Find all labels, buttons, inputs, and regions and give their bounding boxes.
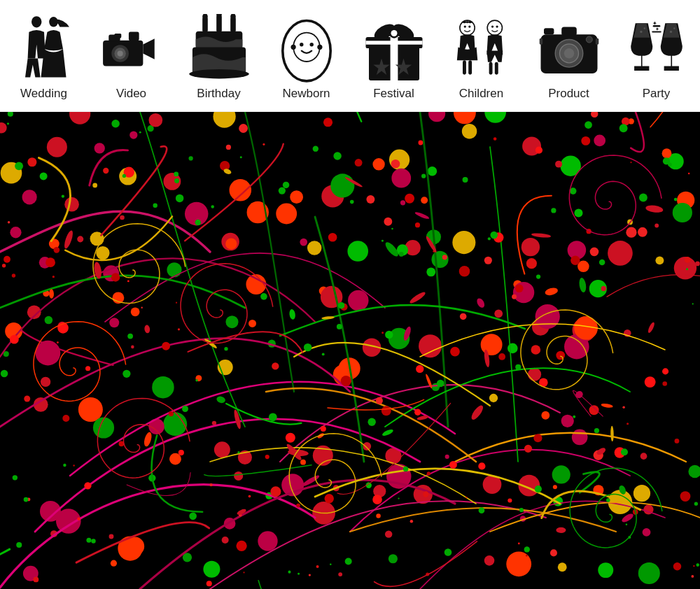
svg-point-5	[117, 50, 122, 56]
svg-point-44	[488, 21, 502, 35]
category-video[interactable]: Video	[93, 3, 170, 108]
festival-icon	[363, 14, 426, 84]
svg-point-63	[673, 27, 675, 29]
svg-rect-56	[544, 28, 554, 34]
svg-point-61	[643, 27, 645, 29]
svg-rect-41	[463, 60, 466, 74]
birthday-icon	[188, 14, 251, 84]
svg-point-22	[300, 43, 303, 46]
svg-point-46	[496, 25, 498, 27]
birthday-label: Birthday	[197, 87, 240, 101]
svg-point-60	[640, 31, 642, 33]
party-label: Party	[643, 87, 671, 101]
svg-rect-8	[128, 31, 139, 41]
category-party[interactable]: ✦ ✦ Party	[618, 3, 695, 108]
category-product[interactable]: Product	[531, 3, 608, 108]
children-icon	[450, 14, 513, 84]
video-icon	[100, 14, 163, 84]
svg-rect-58	[539, 38, 542, 45]
svg-point-33	[391, 30, 397, 36]
category-children[interactable]: Children	[443, 3, 520, 108]
newborn-icon	[275, 14, 338, 84]
paint-splatter-canvas	[0, 112, 700, 589]
svg-rect-55	[561, 27, 577, 36]
svg-point-25	[317, 45, 322, 50]
wedding-label: Wedding	[20, 87, 67, 101]
svg-text:✦: ✦	[654, 27, 659, 31]
svg-point-21	[294, 34, 319, 62]
newborn-label: Newborn	[282, 87, 330, 101]
svg-point-0	[31, 16, 41, 27]
festival-label: Festival	[373, 87, 414, 101]
svg-point-45	[491, 25, 493, 27]
category-festival[interactable]: Festival	[356, 3, 433, 108]
category-wedding[interactable]: Wedding	[6, 3, 83, 108]
svg-point-18	[189, 69, 249, 78]
category-birthday[interactable]: Birthday	[181, 3, 258, 108]
video-label: Video	[116, 87, 146, 101]
svg-rect-48	[494, 62, 498, 75]
svg-point-62	[669, 31, 671, 33]
product-label: Product	[548, 87, 589, 101]
main-banner	[0, 112, 700, 589]
svg-rect-29	[365, 41, 422, 44]
svg-point-54	[564, 48, 573, 58]
svg-rect-47	[489, 62, 492, 75]
category-newborn[interactable]: Newborn	[268, 3, 345, 108]
product-icon	[538, 14, 601, 84]
svg-point-38	[463, 25, 465, 27]
party-icon: ✦ ✦	[625, 14, 688, 84]
svg-point-24	[290, 45, 295, 50]
svg-rect-59	[595, 38, 598, 45]
svg-point-40	[465, 21, 468, 23]
svg-point-39	[468, 25, 470, 27]
category-nav: Wedding Video	[0, 0, 700, 112]
svg-rect-42	[468, 60, 472, 74]
svg-marker-7	[143, 38, 154, 59]
children-label: Children	[459, 87, 503, 101]
wedding-icon	[13, 14, 76, 84]
svg-text:✦: ✦	[652, 20, 657, 27]
svg-rect-9	[114, 34, 121, 38]
svg-point-23	[309, 43, 313, 46]
svg-point-57	[586, 36, 592, 43]
